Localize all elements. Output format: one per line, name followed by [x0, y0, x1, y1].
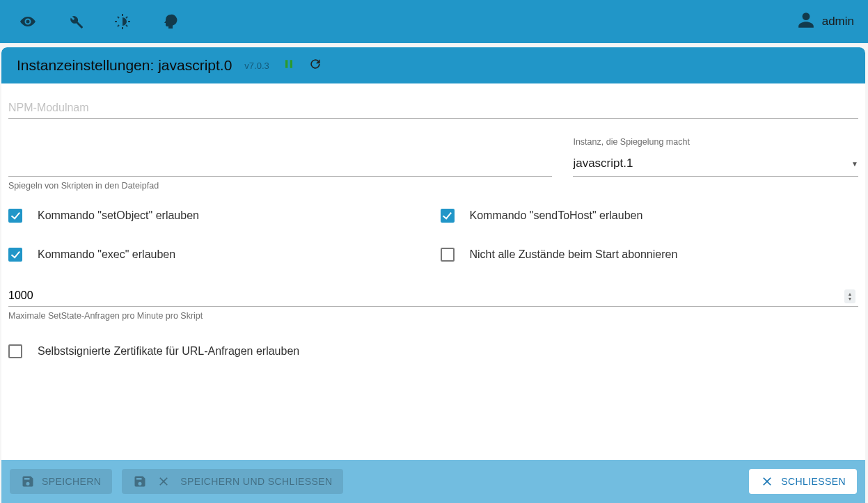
mirror-instance-select[interactable]: javascript.1 ▼ [573, 152, 858, 177]
save-button[interactable]: Speichern [10, 469, 112, 494]
refresh-icon[interactable] [308, 57, 322, 74]
version-badge: v7.0.3 [244, 61, 269, 71]
appbar-left-icons [14, 8, 184, 35]
person-icon [797, 11, 815, 33]
close-button-label: Schliessen [781, 476, 846, 487]
checkbox-icon[interactable] [8, 248, 22, 262]
wrench-icon[interactable] [61, 8, 89, 35]
check-exec[interactable]: Kommando "exec" erlauben [8, 248, 427, 262]
check-sendtohost-label: Kommando "sendToHost" erlauben [470, 209, 643, 222]
check-nosub-label: Nicht alle Zustände beim Start abonniere… [470, 248, 678, 261]
app-bar: admin [0, 0, 868, 43]
check-setobject[interactable]: Kommando "setObject" erlauben [8, 209, 427, 223]
checkbox-icon[interactable] [8, 209, 22, 223]
save-close-button[interactable]: Speichern und Schliessen [122, 469, 343, 494]
check-selfsigned-label: Selbstsignierte Zertifikate für URL-Anfr… [38, 345, 299, 358]
max-setstate-helper: Maximale SetState-Anfragen pro Minute pr… [8, 311, 858, 321]
brightness-icon[interactable] [109, 8, 136, 35]
checkbox-icon[interactable] [441, 209, 455, 223]
save-close-button-label: Speichern und Schliessen [180, 476, 332, 487]
save-icon [21, 474, 35, 488]
mirror-path-input[interactable] [8, 136, 552, 177]
mirror-instance-value: javascript.1 [573, 157, 633, 170]
mirror-path-helper: Spiegeln von Skripten in den Dateipfad [8, 181, 552, 191]
eye-icon[interactable] [14, 8, 42, 35]
user-label: admin [822, 15, 854, 29]
pause-icon[interactable] [282, 57, 296, 74]
number-stepper[interactable]: ▲▼ [844, 289, 855, 303]
check-nosub[interactable]: Nicht alle Zustände beim Start abonniere… [441, 248, 859, 262]
user-menu[interactable]: admin [797, 11, 854, 33]
mirror-instance-label: Instanz, die Spiegelung macht [573, 137, 858, 147]
head-icon[interactable] [156, 8, 184, 35]
max-setstate-field: ▲▼ Maximale SetState-Anfragen pro Minute… [8, 282, 858, 321]
chevron-down-icon: ▼ [851, 160, 858, 168]
panel-body: Spiegeln von Skripten in den Dateipfad I… [1, 83, 865, 460]
footer-bar: Speichern Speichern und Schliessen Schli… [1, 460, 865, 503]
settings-panel: Instanzeinstellungen: javascript.0 v7.0.… [1, 47, 865, 503]
check-exec-label: Kommando "exec" erlauben [38, 248, 175, 261]
npm-module-input[interactable] [8, 95, 858, 119]
close-button[interactable]: Schliessen [749, 469, 857, 494]
check-sendtohost[interactable]: Kommando "sendToHost" erlauben [441, 209, 859, 223]
panel-header: Instanzeinstellungen: javascript.0 v7.0.… [1, 47, 865, 83]
mirror-path-field: Spiegeln von Skripten in den Dateipfad [8, 136, 552, 191]
save-icon [133, 474, 147, 488]
check-setobject-label: Kommando "setObject" erlauben [38, 209, 199, 222]
close-icon [760, 474, 774, 488]
panel-title: Instanzeinstellungen: javascript.0 [17, 57, 232, 74]
max-setstate-input[interactable] [8, 282, 858, 307]
npm-module-field [8, 95, 858, 119]
save-button-label: Speichern [42, 476, 101, 487]
close-icon [157, 474, 171, 488]
check-selfsigned[interactable]: Selbstsignierte Zertifikate für URL-Anfr… [8, 344, 858, 358]
checkbox-icon[interactable] [8, 344, 22, 358]
checkbox-icon[interactable] [441, 248, 455, 262]
